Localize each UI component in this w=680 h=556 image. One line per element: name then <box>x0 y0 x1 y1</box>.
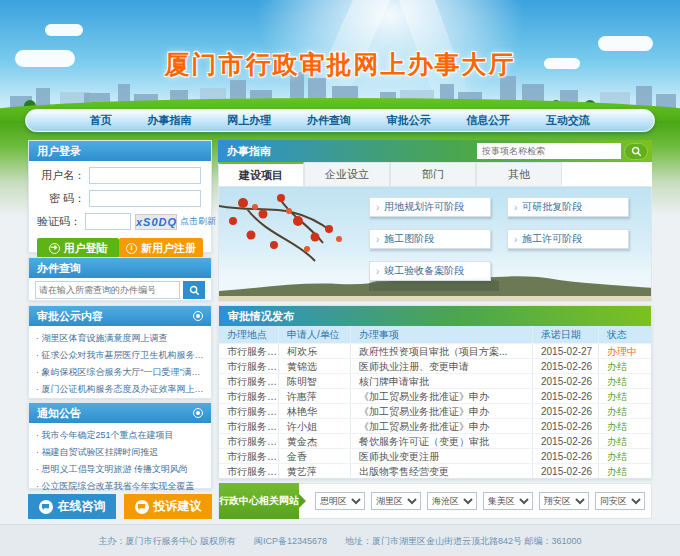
notice-link[interactable]: 公立医院综合改革我省今年实现全覆盖 <box>36 478 204 495</box>
stage-button[interactable]: › 竣工验收备案阶段 <box>369 261 491 281</box>
table-row[interactable]: 市行服务中心 林艳华 《加工贸易业务批准证》申办 2015-02-26 办结 <box>219 403 651 418</box>
district-select[interactable]: 同安区 <box>595 492 645 510</box>
chevron-right-icon: › <box>376 266 379 277</box>
password-label: 密 码： <box>37 191 85 206</box>
captcha-image[interactable]: xS0DQ <box>135 214 177 230</box>
stage-button[interactable]: › 可研批复阶段 <box>507 197 629 217</box>
district-select[interactable]: 湖里区 <box>371 492 421 510</box>
chevron-right-icon: › <box>514 234 517 245</box>
stage-button[interactable]: › 用地规划许可阶段 <box>369 197 491 217</box>
stage-button[interactable]: › 施工许可阶段 <box>507 229 629 249</box>
target-icon[interactable] <box>193 311 203 321</box>
chevron-right-icon: › <box>514 202 517 213</box>
table-row[interactable]: 市行服务中心 许小姐 《加工贸易业务批准证》申办 2015-02-26 办结 <box>219 418 651 433</box>
status-badge: 办结 <box>599 419 651 433</box>
nav-item[interactable]: 互动交流 <box>546 113 590 128</box>
approval-table-title: 审批情况发布 <box>219 306 651 326</box>
nav-item[interactable]: 办件查询 <box>307 113 351 128</box>
approval-status-section: 审批情况发布 办理地点 申请人/单位 办理事项 承诺日期 状态 市行服务中心 柯… <box>218 305 652 479</box>
login-title: 用户登录 <box>37 141 81 161</box>
district-select[interactable]: 翔安区 <box>539 492 589 510</box>
stage-button[interactable]: › 施工图阶段 <box>369 229 491 249</box>
nav-item[interactable]: 信息公开 <box>466 113 510 128</box>
case-query-header: 办件查询 <box>29 258 211 278</box>
district-selects: 思明区 湖里区 海沧区 集美区 翔安区 同安区 <box>315 492 645 510</box>
main-nav: 首页办事指南网上办理办件查询审批公示信息公开互动交流 <box>25 109 655 132</box>
district-select[interactable]: 集美区 <box>483 492 533 510</box>
table-row[interactable]: 市行服务中心 柯欢乐 政府性投资项目审批（项目方案... 2015-02-27 … <box>219 343 651 358</box>
nav-item[interactable]: 办事指南 <box>148 113 192 128</box>
table-row[interactable]: 市行服务中心 黄锦选 医师执业注册、变更申请 2015-02-26 办结 <box>219 358 651 373</box>
case-search-button[interactable] <box>183 281 205 299</box>
guide-tab[interactable]: 企业设立 <box>304 162 390 186</box>
publicity-link[interactable]: 征求公众对我市基层医疗卫生机构服务的意见 <box>36 347 204 364</box>
captcha-input[interactable] <box>85 213 131 230</box>
nav-item[interactable]: 审批公示 <box>387 113 431 128</box>
guide-tab[interactable]: 其他 <box>476 162 562 186</box>
table-row[interactable]: 市行服务中心 金香 医师执业变更注册 2015-02-26 办结 <box>219 448 651 463</box>
status-badge: 办结 <box>599 434 651 448</box>
status-badge: 办结 <box>599 374 651 388</box>
status-badge: 办结 <box>599 359 651 373</box>
register-button[interactable]: i 新用户注册 <box>119 238 203 258</box>
login-panel: 用户登录 用户名： 密 码： 验证码： xS0DQ 点击刷新 ➔ 用户登陆 i … <box>28 140 212 253</box>
target-icon[interactable] <box>193 408 203 418</box>
guide-tabs: 建设项目企业设立部门其他 <box>218 162 652 186</box>
table-row[interactable]: 市行服务中心 陈明智 核门牌申请审批 2015-02-26 办结 <box>219 373 651 388</box>
col-place: 办理地点 <box>219 326 279 343</box>
complaint-button[interactable]: 投诉建议 <box>124 494 212 519</box>
chat-bubble-icon <box>39 500 53 514</box>
table-row[interactable]: 市行服务中心 黄艺萍 出版物零售经营变更 2015-02-26 办结 <box>219 463 651 478</box>
guide-header-bar: 办事指南 <box>218 140 652 162</box>
blossom-branch <box>219 194 342 261</box>
stage-buttons: › 用地规划许可阶段 › 可研批复阶段 › 施工图阶段 › 施工许可阶段 › 竣… <box>369 197 631 281</box>
guide-tab[interactable]: 部门 <box>390 162 476 186</box>
status-badge: 办结 <box>599 449 651 463</box>
chevron-right-icon: › <box>376 234 379 245</box>
online-consult-button[interactable]: 在线咨询 <box>28 494 116 519</box>
district-select[interactable]: 海沧区 <box>427 492 477 510</box>
publicity-link[interactable]: 象屿保税区综合服务大厅“一口受理”满意度调查 <box>36 364 204 381</box>
chevron-right-icon: › <box>376 202 379 213</box>
login-panel-header: 用户登录 <box>29 141 211 161</box>
district-select[interactable]: 思明区 <box>315 492 365 510</box>
username-input[interactable] <box>89 167 201 184</box>
guide-tab[interactable]: 建设项目 <box>218 162 304 186</box>
photo-banner: › 用地规划许可阶段 › 可研批复阶段 › 施工图阶段 › 施工许可阶段 › 竣… <box>218 186 652 302</box>
case-query-title: 办件查询 <box>37 258 81 278</box>
table-body: 市行服务中心 柯欢乐 政府性投资项目审批（项目方案... 2015-02-27 … <box>219 343 651 478</box>
publicity-header: 审批公示内容 <box>29 306 211 326</box>
case-number-input[interactable] <box>35 281 180 299</box>
footer-text: 主办：厦门市行服务中心 版权所有 闽ICP备12345678 地址：厦门市湖里区… <box>98 536 581 546</box>
table-row[interactable]: 市行服务中心 许惠萍 《加工贸易业务批准证》申办 2015-02-26 办结 <box>219 388 651 403</box>
nav-item[interactable]: 首页 <box>90 113 112 128</box>
notices-panel: 通知公告 我市今年确定251个重点在建项目福建自贸试验区挂牌时间推迟思明义工倡导… <box>28 402 212 489</box>
login-arrow-icon: ➔ <box>49 243 60 254</box>
notice-link[interactable]: 思明义工倡导文明旅游 传播文明风尚 <box>36 461 204 478</box>
table-row[interactable]: 市行服务中心 黄金杰 餐饮服务许可证（变更）审批 2015-02-26 办结 <box>219 433 651 448</box>
nav-item[interactable]: 网上办理 <box>227 113 271 128</box>
chat-bubble-icon <box>135 500 149 514</box>
password-input[interactable] <box>89 190 201 207</box>
guide-title: 办事指南 <box>227 144 477 159</box>
guide-search-button[interactable] <box>624 143 648 160</box>
page-title: 厦门市行政审批网上办事大厅 <box>0 48 680 81</box>
status-badge: 办结 <box>599 404 651 418</box>
col-matter: 办理事项 <box>351 326 533 343</box>
notices-title: 通知公告 <box>37 403 81 423</box>
publicity-link[interactable]: 厦门公证机构服务态度及办证效率网上调查 <box>36 381 204 398</box>
status-badge: 办理中 <box>599 344 651 358</box>
col-date: 承诺日期 <box>533 326 599 343</box>
notice-link[interactable]: 福建自贸试验区挂牌时间推迟 <box>36 444 204 461</box>
captcha-refresh-link[interactable]: 点击刷新 <box>180 215 216 228</box>
contact-buttons: 在线咨询 投诉建议 <box>28 494 212 519</box>
guide-search-input[interactable] <box>477 143 621 159</box>
notice-link[interactable]: 我市今年确定251个重点在建项目 <box>36 427 204 444</box>
captcha-label: 验证码： <box>37 214 81 229</box>
publicity-link[interactable]: 湖里区体育设施满意度网上调查 <box>36 330 204 347</box>
col-applicant: 申请人/单位 <box>279 326 351 343</box>
cloud <box>45 24 83 36</box>
related-sites-bar: 行政中心相关网站 思明区 湖里区 海沧区 集美区 翔安区 同安区 <box>218 483 652 519</box>
login-button[interactable]: ➔ 用户登陆 <box>37 238 119 258</box>
related-sites-label: 行政中心相关网站 <box>219 483 299 519</box>
